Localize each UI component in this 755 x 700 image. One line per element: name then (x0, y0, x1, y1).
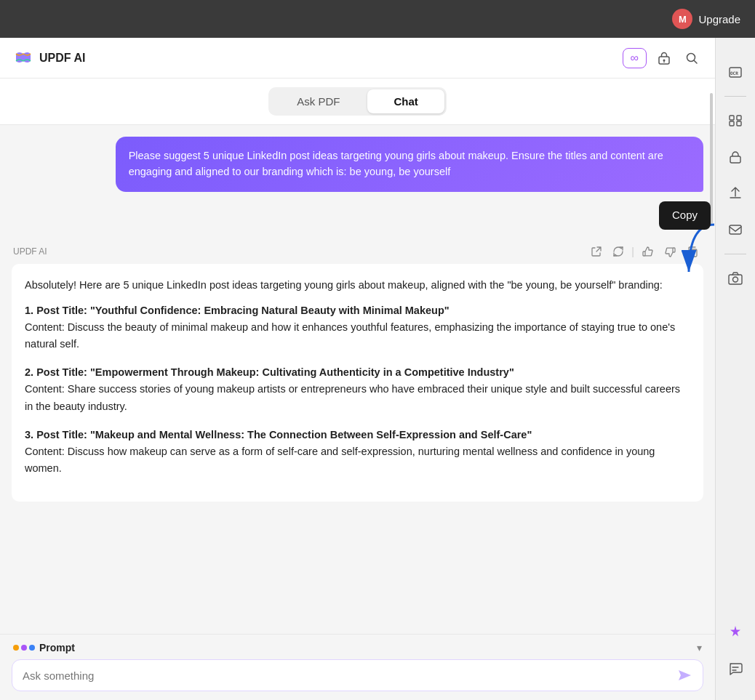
logo-area: UPDF AI (13, 48, 85, 68)
ai-post-3-content: Content: Discuss how makeup can serve as… (25, 446, 655, 474)
infinity-button[interactable]: ∞ (623, 48, 647, 68)
svg-rect-7 (643, 252, 645, 256)
updf-logo-icon (13, 48, 33, 68)
ai-chat-sidebar-btn[interactable] (720, 617, 751, 648)
prompt-chevron-icon[interactable]: ▾ (697, 642, 702, 653)
prompt-dot-blue (29, 645, 35, 651)
refresh-btn[interactable] (610, 244, 627, 259)
scroll-thumb (710, 93, 713, 224)
prompt-dot-yellow (13, 645, 19, 651)
user-avatar: M (672, 9, 692, 29)
ai-post-3: 3. Post Title: "Makeup and Mental Wellne… (25, 427, 690, 478)
upload-sidebar-btn[interactable] (720, 178, 751, 209)
upgrade-button[interactable]: M Upgrade (672, 9, 740, 29)
scan-sidebar-btn[interactable] (720, 105, 751, 136)
sidebar-bottom (720, 616, 751, 693)
svg-line-5 (695, 60, 698, 63)
chat-area[interactable]: Please suggest 5 unique LinkedIn post id… (0, 125, 715, 634)
avatar-letter: M (679, 14, 687, 25)
prompt-row: Prompt ▾ (12, 642, 703, 653)
svg-rect-15 (737, 121, 741, 126)
ai-post-3-title: 3. Post Title: "Makeup and Mental Wellne… (25, 429, 532, 440)
ocr-sidebar-btn[interactable]: OCR (720, 57, 751, 87)
logo-text: UPDF AI (39, 52, 85, 65)
svg-rect-18 (729, 275, 742, 284)
mail-sidebar-btn[interactable] (720, 214, 751, 245)
input-row (12, 659, 703, 691)
upgrade-label: Upgrade (698, 13, 740, 25)
svg-point-4 (687, 53, 695, 61)
search-icon-btn[interactable] (682, 48, 702, 68)
action-divider: | (631, 246, 634, 257)
tab-ask-pdf[interactable]: Ask PDF (271, 89, 366, 113)
lock-sidebar-btn[interactable] (720, 142, 751, 172)
ai-post-2: 2. Post Title: "Empowerment Through Make… (25, 364, 690, 415)
svg-rect-8 (673, 248, 675, 252)
messages-sidebar-btn[interactable] (720, 653, 751, 684)
external-link-btn[interactable] (588, 244, 605, 259)
app-header: UPDF AI ∞ (0, 38, 715, 79)
prompt-dot-purple (21, 645, 27, 651)
sidebar-divider-1 (724, 96, 746, 97)
scroll-indicator (709, 79, 714, 675)
main-panel: UPDF AI ∞ As (0, 38, 715, 700)
copy-tooltip: Copy (659, 201, 711, 230)
user-message-text: Please suggest 5 unique LinkedIn post id… (129, 150, 663, 177)
ai-content: Absolutely! Here are 5 unique LinkedIn p… (12, 264, 703, 502)
bottom-area: Prompt ▾ (0, 634, 715, 700)
header-actions: ∞ (623, 48, 702, 68)
svg-point-19 (733, 277, 738, 282)
copy-tooltip-text: Copy (672, 209, 698, 221)
ai-post-1: 1. Post Title: "Youthful Confidence: Emb… (25, 302, 690, 353)
ai-response-container: UPDF AI (12, 244, 703, 502)
user-message-bubble: Please suggest 5 unique LinkedIn post id… (116, 137, 703, 192)
lock-icon-btn[interactable] (654, 48, 674, 68)
ai-intro-text: Absolutely! Here are 5 unique LinkedIn p… (25, 277, 690, 294)
tab-area: Ask PDF Chat (0, 79, 715, 125)
prompt-label-text: Prompt (39, 642, 75, 653)
copy-arrow-pointer (682, 221, 715, 279)
thumbs-down-btn[interactable] (661, 244, 679, 260)
prompt-label: Prompt (13, 642, 75, 653)
infinity-symbol: ∞ (631, 52, 639, 65)
ai-post-1-content: Content: Discuss the beauty of minimal m… (25, 321, 675, 350)
thumbs-up-btn[interactable] (639, 244, 657, 260)
ai-post-2-title: 2. Post Title: "Empowerment Through Make… (25, 366, 514, 378)
chat-input[interactable] (23, 669, 669, 682)
camera-sidebar-btn[interactable] (720, 263, 751, 294)
svg-rect-16 (730, 156, 740, 163)
right-sidebar: OCR (715, 38, 755, 700)
tab-container: Ask PDF Chat (268, 87, 447, 116)
svg-rect-14 (730, 121, 734, 126)
user-message-container: Please suggest 5 unique LinkedIn post id… (12, 137, 703, 236)
top-bar: M Upgrade (0, 0, 755, 38)
ai-post-2-content: Content: Share success stories of young … (25, 383, 680, 411)
tab-chat[interactable]: Chat (367, 89, 444, 113)
svg-rect-13 (737, 116, 741, 120)
sidebar-divider-2 (724, 254, 746, 254)
svg-text:OCR: OCR (730, 71, 738, 76)
send-button[interactable] (676, 667, 692, 683)
svg-rect-12 (730, 116, 734, 120)
svg-point-2 (663, 59, 666, 61)
prompt-dots (13, 645, 35, 651)
ai-label-row: UPDF AI (12, 244, 703, 260)
svg-rect-17 (730, 225, 741, 234)
ai-label: UPDF AI (13, 246, 47, 257)
ai-post-1-title: 1. Post Title: "Youthful Confidence: Emb… (25, 305, 450, 316)
